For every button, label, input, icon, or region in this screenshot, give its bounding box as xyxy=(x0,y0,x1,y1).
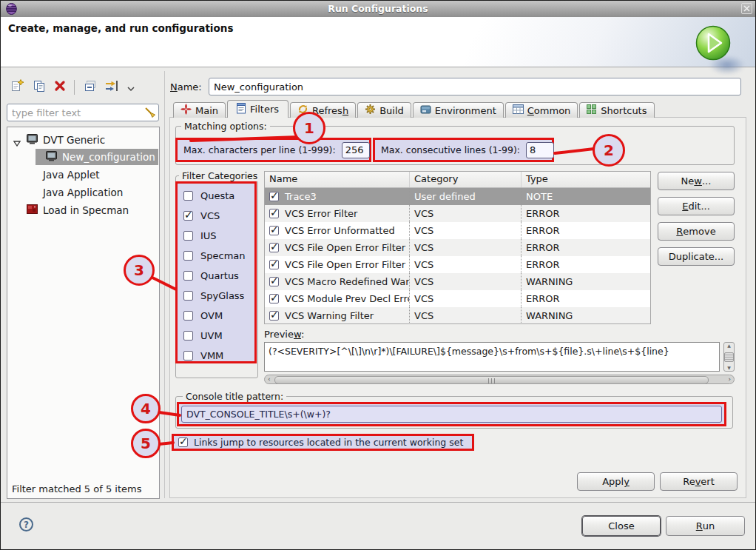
category-row[interactable]: UVM xyxy=(178,326,254,346)
cell-category: VCS xyxy=(410,256,522,273)
table-row[interactable]: VCS Module Prev Decl ErroVCSERROR xyxy=(265,290,650,307)
scroll-up-icon[interactable]: ▲ xyxy=(727,343,731,349)
preview-horizontal-scrollbar[interactable]: ‹ › xyxy=(264,375,735,384)
category-label: Specman xyxy=(200,250,246,261)
category-checkbox[interactable] xyxy=(183,231,193,241)
expand-triangle-icon[interactable] xyxy=(13,137,21,149)
revert-button[interactable]: Revert xyxy=(660,472,738,491)
row-checkbox[interactable] xyxy=(269,226,279,235)
table-icon xyxy=(513,104,524,116)
links-jump-checkbox[interactable] xyxy=(178,437,188,447)
tab-environment[interactable]: Environment xyxy=(413,102,504,118)
column-header-name[interactable]: Name xyxy=(265,172,410,187)
category-row[interactable]: Quartus xyxy=(178,266,254,286)
console-title-label: Console title pattern: xyxy=(183,391,286,402)
panel-sash[interactable] xyxy=(164,71,165,498)
category-checkbox[interactable] xyxy=(183,311,193,321)
delete-config-icon[interactable] xyxy=(54,80,66,95)
tab-common[interactable]: Common xyxy=(505,102,578,118)
tree-item-label: Java Applet xyxy=(43,169,100,181)
clear-filter-broom-icon[interactable] xyxy=(144,107,156,121)
edit-filter-button[interactable]: Edit... xyxy=(658,197,735,215)
duplicate-config-icon[interactable] xyxy=(33,80,46,95)
tree-item-java-application[interactable]: Java Application xyxy=(7,184,159,201)
max-chars-label: Max. characters per line (1-999): xyxy=(183,144,336,155)
tree-filter-input[interactable] xyxy=(7,104,159,121)
category-checkbox[interactable] xyxy=(183,191,193,201)
category-row[interactable]: OVM xyxy=(178,306,254,326)
row-checkbox[interactable] xyxy=(269,260,279,269)
dvt-pinwheel-icon xyxy=(180,104,192,117)
config-name-input[interactable] xyxy=(209,78,741,95)
scroll-down-icon[interactable]: ▼ xyxy=(727,365,731,371)
tab-label: Shortcuts xyxy=(601,105,647,116)
cell-category: VCS xyxy=(410,307,522,324)
tab-shortcuts[interactable]: Shortcuts xyxy=(579,102,654,118)
banner: Create, manage, and run configurations xyxy=(1,17,755,67)
table-row[interactable]: VCS Error FilterVCSERROR xyxy=(265,205,650,222)
table-header[interactable]: Name Category Type xyxy=(265,172,650,188)
table-row[interactable]: VCS Warning FilterVCSWARNING xyxy=(265,307,650,324)
help-icon[interactable]: ? xyxy=(19,517,33,531)
tab-main[interactable]: Main xyxy=(173,102,226,118)
row-checkbox[interactable] xyxy=(269,209,279,218)
toolbar-menu-chevron-icon[interactable] xyxy=(127,81,135,95)
tree-item-new-configuration[interactable]: New_configuration xyxy=(7,149,159,165)
category-checkbox[interactable] xyxy=(183,351,193,360)
category-row[interactable]: Specman xyxy=(178,246,254,266)
table-row[interactable]: VCS Error UnformattedVCSERROR xyxy=(265,222,650,239)
new-config-icon[interactable] xyxy=(10,79,24,95)
table-row[interactable]: VCS File Open Error Filter 2VCSERROR xyxy=(265,256,650,273)
row-checkbox[interactable] xyxy=(269,192,279,201)
duplicate-filter-button[interactable]: Duplicate... xyxy=(658,247,735,266)
preview-pattern-text[interactable]: (?<SEVERITY>[^\[\]\n\r]*)\[FAILURE\]${me… xyxy=(264,342,720,372)
apply-button[interactable]: Apply xyxy=(577,472,655,491)
tab-filters[interactable]: Filters xyxy=(227,100,288,118)
category-row[interactable]: Questa xyxy=(178,186,254,206)
filter-configs-icon[interactable] xyxy=(104,79,119,95)
category-checkbox[interactable] xyxy=(183,271,193,281)
title-bar[interactable]: Run Configurations xyxy=(1,1,755,18)
column-header-category[interactable]: Category xyxy=(410,172,522,187)
tree-item-java-applet[interactable]: Java Applet xyxy=(7,167,159,183)
max-chars-input[interactable] xyxy=(342,142,370,158)
cell-category: VCS xyxy=(410,290,522,307)
category-checkbox[interactable] xyxy=(183,291,193,301)
close-window-icon[interactable] xyxy=(741,3,752,14)
scrollbar-thumb[interactable] xyxy=(724,352,734,362)
category-row[interactable]: SpyGlass xyxy=(178,286,254,306)
preview-vertical-scrollbar[interactable]: ▲ ▼ xyxy=(723,342,735,372)
scrollbar-thumb[interactable] xyxy=(274,376,709,384)
category-row[interactable]: IUS xyxy=(178,226,254,246)
cell-type: ERROR xyxy=(522,239,650,256)
console-title-input[interactable] xyxy=(181,406,722,423)
table-row[interactable]: VCS File Open Error FilterVCSERROR xyxy=(265,239,650,256)
remove-filter-button[interactable]: Remove xyxy=(658,222,735,241)
annotation-circle-5: 5 xyxy=(131,429,161,458)
run-button[interactable]: Run xyxy=(666,516,745,536)
close-button[interactable]: Close xyxy=(582,516,661,536)
scroll-right-icon[interactable]: › xyxy=(728,375,731,383)
category-checkbox[interactable] xyxy=(183,331,193,341)
row-checkbox[interactable] xyxy=(269,243,279,252)
max-lines-input[interactable] xyxy=(526,142,554,158)
column-header-type[interactable]: Type xyxy=(522,172,650,187)
scroll-left-icon[interactable]: ‹ xyxy=(268,375,271,383)
category-row[interactable]: VCS xyxy=(178,206,254,226)
run-banner-icon xyxy=(695,24,732,64)
row-checkbox[interactable] xyxy=(269,277,279,286)
tree-item-load-in-specman[interactable]: Load in Specman xyxy=(7,202,159,218)
tree-item-dvt-generic[interactable]: DVT Generic xyxy=(7,132,159,148)
tab-build[interactable]: Build xyxy=(357,102,411,118)
category-row[interactable]: VMM xyxy=(178,346,254,366)
new-filter-button[interactable]: New... xyxy=(658,172,735,190)
table-row[interactable]: VCS Macro Redefined WarnVCSWARNING xyxy=(265,273,650,290)
row-checkbox[interactable] xyxy=(269,311,279,321)
green-grid-icon xyxy=(587,104,597,117)
row-checkbox[interactable] xyxy=(269,294,279,303)
category-checkbox[interactable] xyxy=(183,211,193,221)
category-checkbox[interactable] xyxy=(183,251,193,261)
collapse-all-icon[interactable] xyxy=(83,80,96,95)
table-row[interactable]: Trace3User definedNOTE xyxy=(265,188,650,205)
cell-type: ERROR xyxy=(522,205,650,222)
